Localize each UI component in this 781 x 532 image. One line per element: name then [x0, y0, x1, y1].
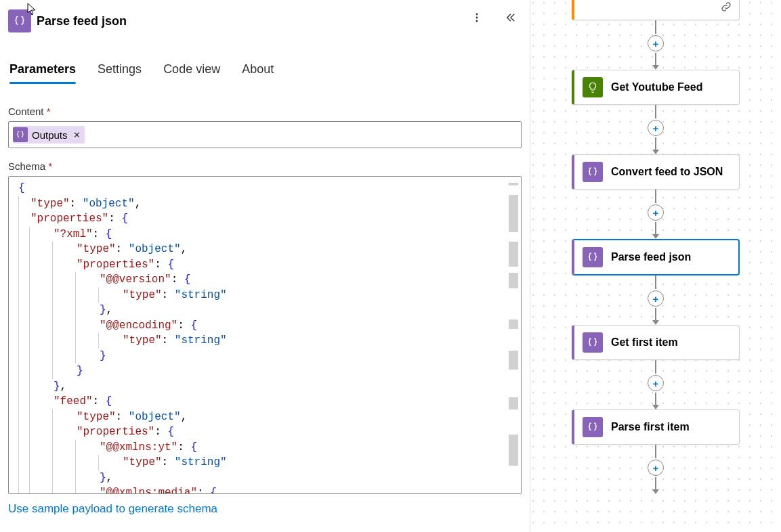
flow-node-trigger-partial[interactable] [572, 0, 740, 20]
panel-title: Parse feed json [37, 14, 127, 28]
svg-point-2 [476, 20, 478, 22]
action-type-icon [8, 9, 31, 32]
tab-bar: ParametersSettingsCode viewAbout [8, 62, 522, 84]
connector: + [572, 360, 740, 409]
flow-node-label: Parse feed json [611, 251, 691, 263]
token-remove-button[interactable]: ✕ [72, 130, 81, 140]
tab-about[interactable]: About [242, 62, 274, 83]
add-step-button[interactable]: + [648, 460, 664, 476]
lightbulb-icon [587, 81, 599, 93]
connector: + [572, 275, 740, 325]
svg-point-1 [476, 17, 478, 19]
schema-editor[interactable]: {"type": "object","properties": {"?xml":… [8, 176, 522, 494]
editor-minimap[interactable] [509, 179, 518, 491]
link-icon [720, 1, 732, 13]
braces-icon [587, 336, 599, 349]
chevron-double-left-icon [505, 12, 517, 24]
add-step-button[interactable]: + [648, 35, 664, 51]
flow-node-label: Convert feed to JSON [611, 166, 723, 178]
braces-icon [16, 130, 25, 139]
tab-codeview[interactable]: Code view [163, 62, 220, 83]
collapse-panel-button[interactable] [503, 9, 519, 26]
flow-node-parse-feed-json[interactable]: Parse feed json [572, 239, 740, 275]
add-step-button[interactable]: + [648, 120, 664, 136]
tab-settings[interactable]: Settings [98, 62, 142, 83]
flow-node-get-youtube-feed[interactable]: Get Youtube Feed [572, 70, 740, 105]
schema-label: Schema * [8, 160, 522, 172]
content-token[interactable]: Outputs ✕ [13, 126, 85, 143]
flow-node-get-first-item[interactable]: Get first item [572, 325, 740, 360]
add-step-button[interactable]: + [648, 375, 664, 391]
flow-node-label: Get first item [611, 336, 678, 349]
flow-column: +Get Youtube Feed+Convert feed to JSON+P… [572, 0, 740, 494]
more-menu-button[interactable] [469, 9, 485, 26]
connector: + [572, 190, 740, 239]
token-icon [13, 127, 28, 142]
flow-node-convert-feed-json[interactable]: Convert feed to JSON [572, 154, 740, 190]
connector: + [572, 20, 740, 70]
required-marker: * [47, 106, 51, 117]
required-marker: * [48, 160, 52, 172]
braces-icon-wrap [583, 162, 603, 182]
lightbulb-icon-wrap [583, 77, 603, 97]
connector: + [572, 105, 740, 154]
flow-node-label: Get Youtube Feed [611, 81, 702, 93]
flow-node-label: Parse first item [611, 421, 690, 433]
svg-point-0 [476, 14, 478, 16]
flow-node-parse-first-item[interactable]: Parse first item [572, 409, 740, 445]
add-step-button[interactable]: + [648, 290, 664, 307]
braces-icon [587, 421, 599, 433]
connector: + [572, 445, 740, 494]
content-label: Content * [8, 106, 522, 117]
braces-icon [587, 166, 599, 178]
token-text: Outputs [32, 129, 68, 141]
braces-icon-wrap [583, 247, 603, 267]
tab-parameters[interactable]: Parameters [9, 62, 76, 83]
braces-icon-wrap [583, 332, 603, 353]
content-input[interactable]: Outputs ✕ [8, 121, 522, 148]
panel-header: Parse feed json [8, 8, 522, 32]
properties-panel: Parse feed json ParametersSettingsCode v… [0, 0, 530, 532]
more-vertical-icon [471, 12, 482, 23]
generate-schema-link[interactable]: Use sample payload to generate schema [8, 502, 217, 516]
add-step-button[interactable]: + [648, 204, 664, 221]
braces-icon [587, 251, 599, 263]
braces-icon [13, 14, 26, 28]
designer-canvas[interactable]: +Get Youtube Feed+Convert feed to JSON+P… [530, 0, 781, 532]
braces-icon-wrap [583, 417, 603, 437]
